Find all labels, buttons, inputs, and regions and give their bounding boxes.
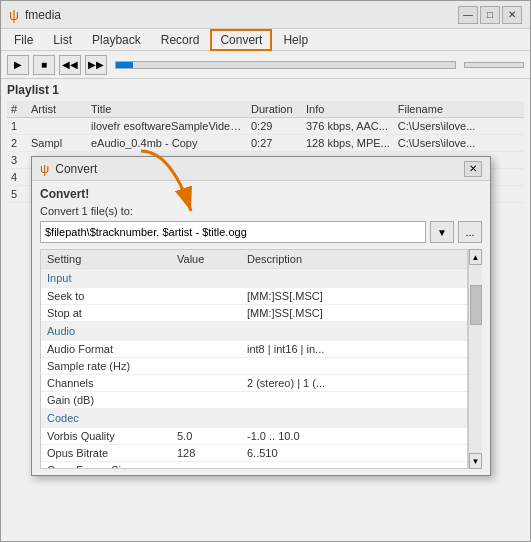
col-title: Title [87, 101, 247, 118]
settings-col-description: Description [241, 250, 467, 269]
settings-row[interactable]: Opus Frame Siz... [41, 462, 467, 470]
scrollbar-down-button[interactable]: ▼ [469, 453, 482, 469]
menu-record[interactable]: Record [152, 30, 209, 50]
playlist-title: Playlist 1 [7, 83, 524, 97]
section-audio-label: Audio [41, 322, 467, 341]
minimize-button[interactable]: — [458, 6, 478, 24]
setting-name: Opus Bitrate [41, 445, 171, 462]
settings-col-setting: Setting [41, 250, 171, 269]
setting-description: [MM:]SS[.MSC] [241, 288, 467, 305]
settings-row[interactable]: Audio Format int8 | int16 | in... [41, 341, 467, 358]
scrollbar-up-button[interactable]: ▲ [469, 249, 482, 265]
convert-input-row: ▼ ... [40, 221, 482, 243]
col-artist: Artist [27, 101, 87, 118]
app-title: fmedia [25, 8, 61, 22]
cell-filename: C:\Users\ilove... [394, 118, 524, 135]
main-window: ψ fmedia — □ ✕ File List Playback Record… [0, 0, 531, 542]
setting-name: Channels [41, 375, 171, 392]
dialog-app-icon: ψ [40, 161, 49, 176]
stop-button[interactable]: ■ [33, 55, 55, 75]
section-codec: Codec [41, 409, 467, 428]
setting-value [171, 305, 241, 322]
settings-row[interactable]: Channels 2 (stereo) | 1 (... [41, 375, 467, 392]
cell-title: ilovefr esoftwareSampleVideo_12... [87, 118, 247, 135]
convert-dialog: ψ Convert ✕ Convert! Convert 1 file(s) t… [31, 156, 491, 476]
dialog-close-button[interactable]: ✕ [464, 161, 482, 177]
dialog-body: Convert! Convert 1 file(s) to: ▼ ... Set… [32, 181, 490, 475]
cell-filename: C:\Users\ilove... [394, 135, 524, 152]
setting-description [241, 358, 467, 375]
dialog-title-left: ψ Convert [40, 161, 97, 176]
setting-description: 2 (stereo) | 1 (... [241, 375, 467, 392]
setting-name: Vorbis Quality [41, 428, 171, 445]
section-input: Input [41, 269, 467, 288]
col-duration: Duration [247, 101, 302, 118]
setting-description: int8 | int16 | in... [241, 341, 467, 358]
section-input-label: Input [41, 269, 467, 288]
settings-row[interactable]: Gain (dB) [41, 392, 467, 409]
setting-name: Sample rate (Hz) [41, 358, 171, 375]
menu-list[interactable]: List [44, 30, 81, 50]
section-audio: Audio [41, 322, 467, 341]
cell-info: 376 kbps, AAC... [302, 118, 394, 135]
setting-value [171, 358, 241, 375]
setting-description: -1.0 .. 10.0 [241, 428, 467, 445]
settings-row[interactable]: Opus Bitrate 128 6..510 [41, 445, 467, 462]
cell-duration: 0:27 [247, 135, 302, 152]
setting-name: Opus Frame Siz... [41, 462, 171, 470]
cell-artist [27, 118, 87, 135]
title-bar: ψ fmedia — □ ✕ [1, 1, 530, 29]
col-filename: Filename [394, 101, 524, 118]
maximize-button[interactable]: □ [480, 6, 500, 24]
setting-description: 6..510 [241, 445, 467, 462]
settings-table: Setting Value Description Input [41, 250, 467, 469]
col-num: # [7, 101, 27, 118]
menu-playback[interactable]: Playback [83, 30, 150, 50]
setting-description: [MM:]SS[.MSC] [241, 305, 467, 322]
dialog-title-bar: ψ Convert ✕ [32, 157, 490, 181]
setting-name: Seek to [41, 288, 171, 305]
setting-value [171, 375, 241, 392]
close-button[interactable]: ✕ [502, 6, 522, 24]
menu-help[interactable]: Help [274, 30, 317, 50]
setting-value: 5.0 [171, 428, 241, 445]
settings-row[interactable]: Sample rate (Hz) [41, 358, 467, 375]
dialog-title-text: Convert [55, 162, 97, 176]
setting-value: 128 [171, 445, 241, 462]
title-bar-left: ψ fmedia [9, 7, 61, 23]
progress-bar[interactable] [115, 61, 456, 69]
settings-scrollbar[interactable]: ▲ ▼ [468, 249, 482, 469]
settings-row[interactable]: Stop at [MM:]SS[.MSC] [41, 305, 467, 322]
cell-num: 1 [7, 118, 27, 135]
convert-dropdown-button[interactable]: ▼ [430, 221, 454, 243]
menu-convert[interactable]: Convert [210, 29, 272, 51]
table-row[interactable]: 2 Sampl eAudio_0.4mb - Copy 0:27 128 kbp… [7, 135, 524, 152]
setting-name: Audio Format [41, 341, 171, 358]
play-button[interactable]: ▶ [7, 55, 29, 75]
volume-slider[interactable] [464, 62, 524, 68]
convert-browse-button[interactable]: ... [458, 221, 482, 243]
setting-name: Stop at [41, 305, 171, 322]
cell-duration: 0:29 [247, 118, 302, 135]
progress-fill [116, 62, 133, 68]
settings-row[interactable]: Seek to [MM:]SS[.MSC] [41, 288, 467, 305]
setting-description [241, 392, 467, 409]
convert-path-input[interactable] [40, 221, 426, 243]
cell-title: eAudio_0.4mb - Copy [87, 135, 247, 152]
setting-value [171, 341, 241, 358]
cell-artist: Sampl [27, 135, 87, 152]
table-row[interactable]: 1 ilovefr esoftwareSampleVideo_12... 0:2… [7, 118, 524, 135]
prev-button[interactable]: ◀◀ [59, 55, 81, 75]
toolbar: ▶ ■ ◀◀ ▶▶ [1, 51, 530, 79]
next-button[interactable]: ▶▶ [85, 55, 107, 75]
scrollbar-thumb[interactable] [470, 285, 482, 325]
settings-scroll-area: Setting Value Description Input [40, 249, 468, 469]
settings-table-container[interactable]: Setting Value Description Input [40, 249, 468, 469]
cell-num: 5 [7, 186, 27, 203]
cell-num: 2 [7, 135, 27, 152]
cell-num: 3 [7, 152, 27, 169]
settings-row[interactable]: Vorbis Quality 5.0 -1.0 .. 10.0 [41, 428, 467, 445]
setting-name: Gain (dB) [41, 392, 171, 409]
settings-table-wrapper: Setting Value Description Input [40, 249, 482, 469]
menu-file[interactable]: File [5, 30, 42, 50]
